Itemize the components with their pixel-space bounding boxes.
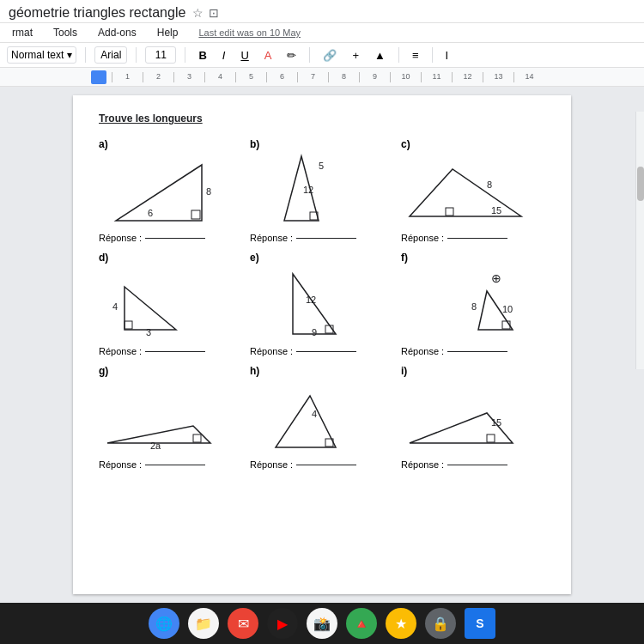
- reponse-e: Réponse :: [250, 346, 356, 356]
- divider-5: [398, 47, 399, 63]
- triangle-g: 2a: [99, 379, 219, 456]
- align-button[interactable]: ≡: [408, 47, 423, 64]
- s-icon: S: [476, 617, 483, 630]
- bold-button[interactable]: B: [194, 47, 210, 64]
- triangle-b: 5 12: [250, 152, 370, 229]
- svg-rect-26: [193, 434, 201, 442]
- ruler-mark-1: 1: [112, 72, 143, 82]
- problem-a: a) 6 8 Réponse :: [99, 138, 243, 243]
- svg-text:⊕: ⊕: [491, 271, 501, 285]
- svg-marker-8: [410, 169, 521, 216]
- image-button[interactable]: ▲: [370, 47, 390, 64]
- scroll-thumb[interactable]: [637, 167, 644, 201]
- problems-grid: a) 6 8 Réponse : b): [99, 138, 545, 470]
- ruler-mark-4: 4: [204, 72, 235, 82]
- font-color-button[interactable]: A: [260, 47, 276, 64]
- italic-button[interactable]: I: [218, 47, 230, 64]
- taskbar-gmail-icon[interactable]: ✉: [228, 608, 258, 639]
- ruler-mark-6: 6: [266, 72, 297, 82]
- triangle-h: 4: [250, 379, 370, 456]
- youtube-icon: ▶: [277, 616, 288, 632]
- taskbar-s-icon[interactable]: S: [465, 608, 495, 639]
- ruler-mark-10: 10: [390, 72, 421, 82]
- divider-6: [432, 47, 433, 63]
- font-select[interactable]: Arial: [94, 46, 127, 64]
- reponse-a: Réponse :: [99, 233, 205, 243]
- more-button[interactable]: I: [441, 47, 453, 64]
- taskbar-camera-icon[interactable]: 📸: [307, 608, 337, 639]
- folder-icon[interactable]: ⊡: [209, 6, 219, 20]
- problem-d: d) 4 3 Réponse :: [99, 252, 243, 356]
- problem-d-label: d): [99, 252, 108, 264]
- svg-text:10: 10: [502, 304, 513, 314]
- problem-i-label: i): [401, 365, 407, 377]
- taskbar-lock-icon[interactable]: 🔒: [425, 608, 456, 639]
- scrollbar[interactable]: [635, 112, 644, 369]
- triangle-f: 8 10 ⊕: [401, 265, 521, 343]
- problem-h-label: h): [250, 365, 259, 377]
- font-size-select[interactable]: 11: [145, 46, 176, 64]
- underline-button[interactable]: U: [236, 47, 252, 64]
- lock-icon: 🔒: [432, 616, 449, 632]
- triangle-d: 4 3: [99, 265, 219, 343]
- ruler-mark-7: 7: [297, 72, 328, 82]
- star-icon[interactable]: ☆: [192, 6, 204, 20]
- link-button[interactable]: 🔗: [319, 47, 341, 64]
- menu-bar: rmat Tools Add-ons Help Last edit was on…: [0, 23, 644, 43]
- svg-text:4: 4: [312, 409, 317, 419]
- svg-text:8: 8: [471, 301, 477, 312]
- ruler-marks: 1 2 3 4 5 6 7 8 9 10 11 12 13 14: [112, 72, 544, 82]
- reponse-c: Réponse :: [401, 233, 507, 243]
- gmail-icon: ✉: [238, 616, 249, 632]
- problem-c-label: c): [401, 138, 410, 150]
- taskbar-files-icon[interactable]: 📁: [188, 608, 219, 639]
- problem-f-label: f): [401, 252, 408, 264]
- ruler-mark-11: 11: [421, 72, 452, 82]
- menu-tools[interactable]: Tools: [50, 25, 81, 40]
- ruler-mark-14: 14: [513, 72, 544, 82]
- problem-b-label: b): [250, 138, 259, 150]
- problem-a-label: a): [99, 138, 108, 150]
- doc-body: Trouve les longueurs a) 6 8 Réponse :: [0, 87, 644, 603]
- svg-text:15: 15: [491, 205, 501, 216]
- problem-g-label: g): [99, 365, 108, 377]
- reponse-d: Réponse :: [99, 346, 205, 356]
- taskbar-star-icon[interactable]: ★: [386, 608, 416, 639]
- reponse-f: Réponse :: [401, 346, 507, 356]
- reponse-b: Réponse :: [250, 233, 356, 243]
- svg-rect-1: [191, 210, 200, 219]
- svg-text:8: 8: [206, 186, 211, 197]
- title-bar: géometrie triangles rectangle ☆ ⊡: [0, 0, 644, 23]
- problem-g: g) 2a Réponse :: [99, 365, 243, 470]
- title-icons: ☆ ⊡: [192, 6, 219, 20]
- style-label: Normal text: [11, 49, 64, 61]
- problem-h: h) 4 Réponse :: [250, 365, 394, 470]
- svg-rect-9: [446, 208, 453, 216]
- menu-format[interactable]: rmat: [9, 25, 36, 40]
- taskbar-chrome-icon[interactable]: 🌐: [149, 608, 179, 639]
- svg-text:6: 6: [148, 208, 153, 218]
- problem-e-label: e): [250, 252, 259, 264]
- comment-button[interactable]: +: [348, 47, 363, 64]
- highlight-button[interactable]: ✏: [283, 47, 301, 64]
- problem-c: c) 8 15 Réponse :: [401, 138, 545, 243]
- taskbar-youtube-icon[interactable]: ▶: [267, 608, 298, 639]
- menu-addons[interactable]: Add-ons: [94, 25, 140, 40]
- ruler-mark-3: 3: [173, 72, 204, 82]
- svg-text:9: 9: [312, 327, 317, 337]
- reponse-i: Réponse :: [401, 459, 507, 470]
- divider-2: [136, 47, 137, 63]
- divider-4: [309, 47, 310, 63]
- problem-f: f) 8 10 ⊕ Réponse :: [401, 252, 545, 356]
- drive-icon: 🔺: [353, 616, 370, 632]
- star-taskbar-icon: ★: [395, 616, 407, 632]
- ruler-mark-8: 8: [328, 72, 359, 82]
- reponse-h: Réponse :: [250, 459, 356, 470]
- menu-help[interactable]: Help: [154, 25, 182, 40]
- taskbar-drive-icon[interactable]: 🔺: [346, 608, 377, 639]
- triangle-i: 15: [401, 379, 521, 456]
- style-select[interactable]: Normal text ▾: [7, 46, 76, 64]
- document-title: géometrie triangles rectangle: [9, 5, 185, 21]
- toolbar: Normal text ▾ Arial 11 B I U A ✏ 🔗 + ▲ ≡…: [0, 43, 644, 68]
- svg-text:3: 3: [146, 327, 151, 337]
